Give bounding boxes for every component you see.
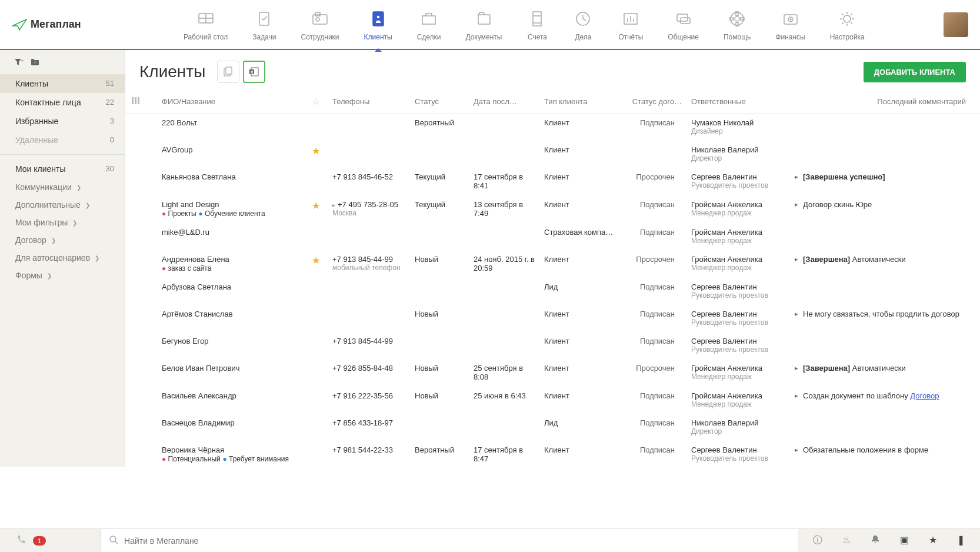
client-name: Артёмов Станислав	[162, 310, 299, 318]
nav-Отчёты[interactable]: Отчёты	[615, 6, 646, 44]
contract-status: Подписан	[622, 414, 686, 441]
column-settings-icon[interactable]	[125, 90, 145, 114]
table-row[interactable]: Васильев Александр+7 916 222-35-56Новый2…	[125, 387, 980, 414]
nav-Помощь[interactable]: Помощь	[720, 6, 754, 44]
table-row[interactable]: Андреянова Еленазаказ с сайта★+7 913 845…	[125, 250, 980, 278]
contract-status: Подписан	[622, 441, 686, 467]
nav-Финансы[interactable]: Финансы	[772, 6, 808, 44]
sidebar-filter-Коммуникации[interactable]: Коммуникации❯	[0, 178, 125, 196]
star-icon[interactable]: ★	[312, 201, 320, 211]
col-responsible[interactable]: Ответственные	[686, 90, 792, 114]
table-row[interactable]: Арбузова СветланаЛидПодписанСергеев Вале…	[125, 278, 980, 305]
client-name: Арбузова Светлана	[162, 282, 299, 291]
sidebar-item-Клиенты[interactable]: Клиенты51	[0, 74, 125, 93]
table-row[interactable]: Бегунов Егор+7 913 845-44-99КлиентПодпис…	[125, 332, 980, 359]
search-input[interactable]	[124, 536, 789, 546]
table-row[interactable]: AVGroup★КлиентНиколаев ВалерийДиректор	[125, 141, 980, 168]
info-icon[interactable]: ⓘ	[813, 534, 822, 547]
svg-point-5	[316, 18, 319, 21]
client-type: Клиент	[539, 387, 622, 414]
nav-Общение[interactable]: Общение	[664, 6, 702, 44]
copy-button[interactable]	[217, 61, 239, 83]
sidebar-filter-Формы[interactable]: Формы❯	[0, 267, 125, 284]
responsible-name: Гройсман Анжелика	[691, 391, 788, 400]
client-name: mike@L&D.ru	[162, 228, 299, 237]
sidebar-filter-Мои фильтры[interactable]: Мои фильтры❯	[0, 214, 125, 231]
responsible-role: Директор	[691, 154, 788, 162]
responsible-role: Директор	[691, 427, 788, 435]
col-contract[interactable]: Статус дого…	[622, 90, 686, 114]
nav-Сотрудники[interactable]: Сотрудники	[298, 6, 343, 44]
last-date: 25 сентября в 8:08	[469, 359, 539, 387]
add-client-button[interactable]: ДОБАВИТЬ КЛИЕНТА	[864, 62, 966, 82]
phone: +7 913 845-44-99	[332, 337, 393, 345]
star-footer-icon[interactable]: ★	[929, 534, 937, 547]
nav-Рабочий стол[interactable]: Рабочий стол	[180, 6, 231, 44]
svg-point-22	[731, 12, 744, 25]
col-phones[interactable]: Телефоны	[328, 90, 410, 114]
table-row[interactable]: Васнецов Владимир+7 856 433-18-97ЛидПодп…	[125, 414, 980, 441]
svg-rect-9	[478, 15, 490, 24]
fire-icon[interactable]: ♨	[842, 534, 851, 547]
search-bar[interactable]	[100, 529, 798, 553]
last-date: 17 сентября в 8:41	[469, 168, 539, 195]
chevron-right-icon: ❯	[95, 255, 99, 261]
bell-icon[interactable]: 🔔︎	[871, 534, 880, 547]
sidebar-filter-Дополнительные[interactable]: Дополнительные❯	[0, 196, 125, 214]
call-badge[interactable]: 1	[33, 536, 46, 546]
nav-Документы[interactable]: Документы	[462, 6, 506, 44]
nav-Задачи[interactable]: Задачи	[249, 6, 279, 44]
col-name[interactable]: ФИО/Название	[145, 90, 304, 114]
table-row[interactable]: 220 ВольтВероятныйКлиентПодписанЧумаков …	[125, 114, 980, 141]
col-status[interactable]: Статус	[410, 90, 469, 114]
sidebar-item-Контактные лица[interactable]: Контактные лица22	[0, 93, 125, 112]
table-row[interactable]: Белов Иван Петрович+7 926 855-84-48Новый…	[125, 359, 980, 387]
nav-Счета[interactable]: Счета	[523, 6, 551, 44]
table-row[interactable]: Каньянова Светлана+7 913 845-46-52Текущи…	[125, 168, 980, 195]
sidebar-item-Избранные[interactable]: Избранные3	[0, 112, 125, 131]
col-lastdate[interactable]: Дата посл…	[469, 90, 539, 114]
star-icon[interactable]: ★	[312, 255, 320, 265]
table-row[interactable]: Light and DesignПроекты Обучение клиента…	[125, 195, 980, 223]
folder-add-icon[interactable]: +	[31, 58, 40, 68]
nav-label: Отчёты	[618, 33, 643, 41]
alert-icon[interactable]: ❚	[957, 534, 965, 547]
last-date: 13 сентября в 7:49	[469, 195, 539, 223]
avatar[interactable]	[944, 12, 968, 37]
nav-Клиенты[interactable]: Клиенты	[361, 6, 396, 44]
table-row[interactable]: Артёмов СтаниславНовыйКлиентПодписанСерг…	[125, 305, 980, 332]
last-date: 17 сентября в 8:47	[469, 441, 539, 467]
table-row[interactable]: Вероника ЧёрнаяПотенциальный Требует вни…	[125, 441, 980, 467]
nav-Сделки[interactable]: Сделки	[414, 6, 445, 44]
svg-rect-28	[784, 15, 797, 24]
last-date	[469, 332, 539, 359]
star-icon[interactable]: ★	[312, 146, 320, 156]
filter-add-icon[interactable]: +	[14, 58, 24, 68]
col-type[interactable]: Тип клиента	[539, 90, 622, 114]
sidebar-my-clients[interactable]: Мои клиенты 30	[0, 159, 125, 178]
svg-rect-10	[533, 12, 541, 26]
nav-Настройка[interactable]: Настройка	[826, 6, 868, 44]
last-comment: Обязательные положения в форме	[792, 441, 980, 467]
sidebar-filter-Для автосценариев[interactable]: Для автосценариев❯	[0, 249, 125, 267]
chat-icon[interactable]: ▣	[900, 534, 909, 547]
client-name: AVGroup	[162, 145, 299, 154]
phone-icon[interactable]	[16, 535, 26, 546]
export-excel-button[interactable]: X	[243, 61, 265, 83]
last-date	[469, 278, 539, 305]
svg-rect-42	[138, 97, 139, 104]
col-star[interactable]: ☆	[304, 90, 328, 114]
col-comment[interactable]: Последний комментарий	[792, 90, 980, 114]
status: Вероятный	[410, 441, 469, 467]
sidebar-item-Удаленные[interactable]: Удаленные0	[0, 131, 125, 149]
phone: +7 913 845-44-99	[332, 255, 393, 264]
nav-Дела[interactable]: Дела	[569, 6, 597, 44]
sidebar-filter-Договор[interactable]: Договор❯	[0, 231, 125, 249]
status: Новый	[410, 250, 469, 278]
logo[interactable]: Мегаплан	[12, 18, 81, 31]
responsible-role: Руководитель проектов	[691, 318, 788, 327]
status	[410, 414, 469, 441]
responsible-name: Гройсман Анжелика	[691, 255, 788, 264]
client-type: Лид	[539, 278, 622, 305]
table-row[interactable]: mike@L&D.ruСтраховая компа…ПодписанГройс…	[125, 223, 980, 250]
